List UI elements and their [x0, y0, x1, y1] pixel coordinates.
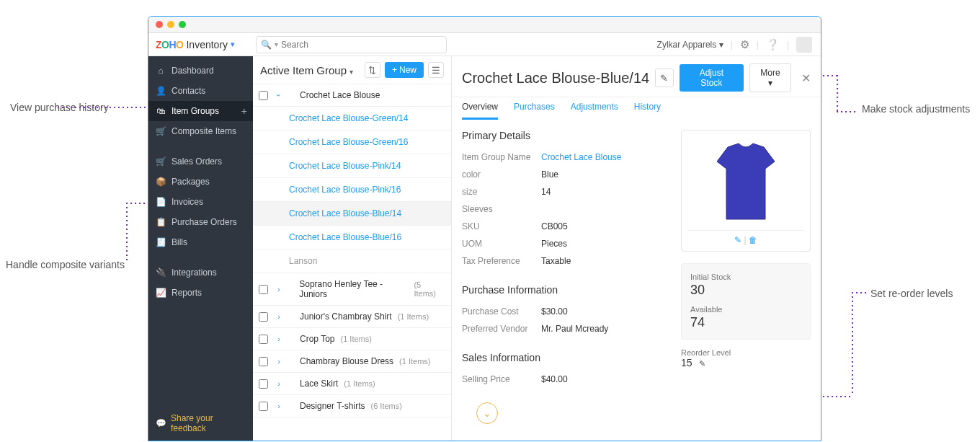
item-count: (6 Items)	[370, 402, 401, 410]
sidebar-item-dashboard[interactable]: ⌂Dashboard	[148, 61, 253, 81]
item-group-row[interactable]: ›Crochet Lace Blouse	[253, 84, 451, 107]
search-field[interactable]	[281, 40, 442, 50]
nav-label: Item Groups	[172, 106, 219, 116]
topbar: ZOHO Inventory ▾ 🔍▾ Zylkar Apparels ▾ | …	[148, 33, 821, 56]
variant-row[interactable]: Crochet Lace Blouse-Blue/16	[253, 226, 451, 249]
item-group-row[interactable]: ›Chambray Blouse Dress (1 Items)	[253, 350, 451, 373]
row-checkbox[interactable]	[259, 335, 268, 344]
nav-label: Packages	[172, 177, 210, 187]
item-count: (1 Items)	[344, 379, 375, 388]
group-name: Soprano Henley Tee - Juniors	[299, 279, 408, 299]
row-checkbox[interactable]	[259, 91, 268, 100]
list-filter-dropdown[interactable]: Active Item Group ▾	[260, 64, 353, 76]
expand-arrow-icon[interactable]: ⌄	[476, 402, 498, 424]
field-value: $40.00	[541, 374, 568, 384]
initial-stock-label: Initial Stock	[690, 273, 801, 281]
sidebar-item-contacts[interactable]: 👤Contacts	[148, 81, 253, 101]
chevron-icon[interactable]: ›	[275, 357, 282, 366]
field-value: Pieces	[541, 239, 567, 249]
group-name: Junior's Chambray Shirt	[300, 311, 392, 322]
search-icon: 🔍	[261, 40, 272, 50]
field-value[interactable]: Crochet Lace Blouse	[541, 152, 621, 162]
edit-image-icon[interactable]: ✎	[734, 235, 741, 245]
chevron-icon[interactable]: ›	[275, 335, 282, 343]
group-name: Crochet Lace Blouse	[300, 90, 380, 100]
nav-icon: 👤	[156, 86, 166, 96]
company-dropdown[interactable]: Zylkar Apparels ▾	[657, 40, 723, 50]
variant-row[interactable]: Crochet Lace Blouse-Green/14	[253, 107, 451, 131]
sidebar-item-reports[interactable]: 📈Reports	[148, 283, 253, 303]
nav-label: Bills	[172, 237, 187, 247]
tab-purchases[interactable]: Purchases	[514, 97, 555, 120]
sidebar-item-composite-items[interactable]: 🛒Composite Items	[148, 121, 253, 141]
close-window-icon[interactable]	[156, 21, 163, 28]
item-group-row[interactable]: ›Crop Top (1 Items)	[253, 328, 451, 350]
sidebar-item-item-groups[interactable]: 🛍Item Groups+	[148, 101, 253, 121]
row-checkbox[interactable]	[259, 312, 268, 322]
row-checkbox[interactable]	[259, 402, 268, 411]
nav-icon: 🧾	[156, 237, 166, 247]
nav-icon: 🛒	[156, 156, 166, 167]
sidebar-item-invoices[interactable]: 📄Invoices	[148, 192, 253, 212]
variant-row[interactable]: Crochet Lace Blouse-Pink/14	[253, 154, 451, 178]
feedback-link[interactable]: 💬 Share your feedback	[148, 406, 253, 441]
nav-icon: 🛒	[156, 126, 166, 136]
avatar[interactable]	[796, 37, 812, 53]
chevron-icon[interactable]: ›	[275, 402, 282, 410]
nav-label: Contacts	[172, 86, 205, 96]
variant-row[interactable]: Crochet Lace Blouse-Green/16	[253, 131, 451, 154]
sort-icon[interactable]: ⇅	[365, 62, 380, 78]
nav-icon: 🛍	[156, 106, 166, 116]
sidebar-item-purchase-orders[interactable]: 📋Purchase Orders	[148, 212, 253, 232]
add-icon[interactable]: +	[241, 105, 247, 117]
item-group-row[interactable]: ›Junior's Chambray Shirt (1 Items)	[253, 306, 451, 328]
nav-icon: 📄	[156, 197, 166, 207]
item-title: Crochet Lace Blouse-Blue/14	[462, 70, 649, 87]
sidebar-item-integrations[interactable]: 🔌Integrations	[148, 262, 253, 283]
detail-header: Crochet Lace Blouse-Blue/14 ✎ Adjust Sto…	[452, 56, 821, 97]
tab-overview[interactable]: Overview	[462, 97, 498, 120]
brand[interactable]: ZOHO Inventory ▾	[148, 39, 253, 50]
chevron-icon[interactable]: ›	[275, 92, 283, 99]
variant-row[interactable]: Crochet Lace Blouse-Pink/16	[253, 178, 451, 202]
close-icon[interactable]: ✕	[801, 71, 811, 85]
sidebar-item-bills[interactable]: 🧾Bills	[148, 232, 253, 252]
item-group-row[interactable]: ›Lace Skirt (1 Items)	[253, 373, 451, 395]
field-label: Item Group Name	[462, 152, 541, 162]
field-label: UOM	[462, 239, 541, 249]
delete-image-icon[interactable]: 🗑	[749, 235, 757, 245]
minimize-window-icon[interactable]	[167, 21, 174, 28]
menu-icon[interactable]: ☰	[428, 62, 444, 78]
sidebar-item-sales-orders[interactable]: 🛒Sales Orders	[148, 151, 253, 172]
tab-adjustments[interactable]: Adjustments	[571, 97, 618, 120]
settings-icon[interactable]: ⚙	[740, 38, 749, 51]
edit-button[interactable]: ✎	[655, 68, 674, 87]
tab-history[interactable]: History	[634, 97, 661, 120]
adjust-stock-button[interactable]: Adjust Stock	[680, 64, 744, 92]
item-group-row[interactable]: ›Soprano Henley Tee - Juniors (5 Items)	[253, 273, 451, 306]
nav-icon: 📦	[156, 177, 166, 187]
annotation-composite: Handle composite variants	[6, 258, 125, 273]
field-value: Mr. Paul Mcready	[541, 324, 608, 334]
chevron-icon[interactable]: ›	[275, 285, 282, 293]
edit-reorder-icon[interactable]: ✎	[699, 359, 705, 368]
nav-label: Sales Orders	[172, 156, 222, 167]
help-icon[interactable]: ❔	[766, 38, 780, 51]
maximize-window-icon[interactable]	[179, 21, 186, 28]
variant-row[interactable]: Crochet Lace Blouse-Blue/14	[253, 202, 451, 226]
chevron-icon[interactable]: ›	[275, 312, 282, 321]
field-label: SKU	[462, 221, 541, 231]
search-input[interactable]: 🔍▾	[256, 36, 447, 53]
row-checkbox[interactable]	[259, 379, 268, 389]
row-checkbox[interactable]	[259, 285, 268, 294]
chevron-icon[interactable]: ›	[275, 379, 282, 388]
reorder-value: 15	[681, 357, 692, 368]
list-header: Active Item Group ▾ ⇅ + New ☰	[253, 56, 451, 84]
item-group-row[interactable]: ›Designer T-shirts (6 Items)	[253, 395, 451, 417]
sidebar-item-packages[interactable]: 📦Packages	[148, 172, 253, 192]
more-button[interactable]: More ▾	[749, 63, 791, 92]
group-name: Chambray Blouse Dress	[300, 356, 393, 366]
new-button[interactable]: + New	[385, 62, 424, 78]
variant-row[interactable]: Lanson	[253, 249, 451, 273]
row-checkbox[interactable]	[259, 357, 268, 366]
